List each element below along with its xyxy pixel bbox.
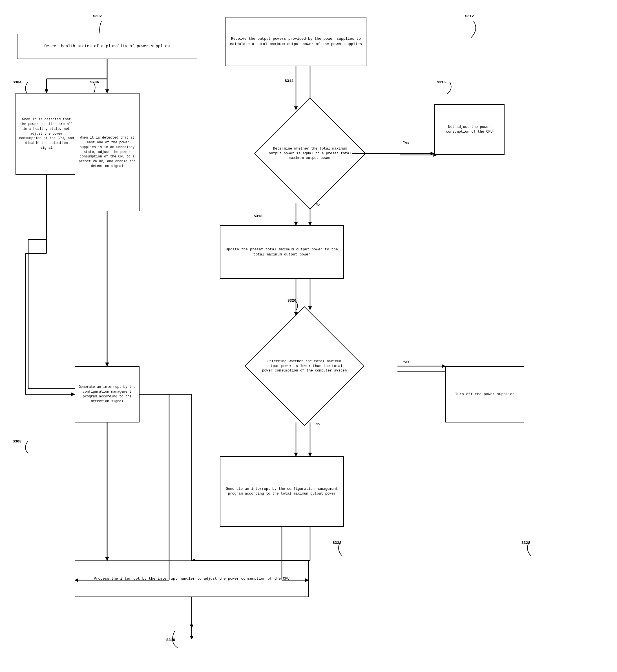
- svg-marker-22: [308, 222, 312, 225]
- label-S306: S306: [90, 80, 99, 84]
- box-process-interrupt: Process the interrupt by the interrupt h…: [75, 561, 308, 597]
- label-S324: S324: [333, 541, 341, 545]
- yes-label-S320: Yes: [403, 360, 409, 364]
- svg-marker-14: [106, 557, 109, 561]
- no-label-S320: No: [316, 422, 320, 426]
- svg-marker-3: [45, 89, 48, 93]
- label-S318: S318: [254, 214, 262, 218]
- svg-marker-16: [190, 625, 193, 628]
- svg-marker-56: [294, 222, 297, 225]
- svg-marker-46: [106, 363, 109, 366]
- svg-marker-50: [190, 636, 193, 639]
- svg-marker-28: [308, 453, 312, 456]
- box-S322: Turn off the power supplies: [445, 366, 524, 422]
- box-S302: Detect health states of a plurality of p…: [17, 34, 197, 59]
- label-S314: S314: [285, 79, 293, 83]
- label-S310: S310: [166, 638, 175, 642]
- box-S312: Receive the output powers provided by th…: [225, 17, 366, 66]
- box-S304: When it is detected that the power suppl…: [15, 93, 77, 175]
- label-S322: S322: [522, 541, 530, 545]
- box-S306: When it is detected that at least one of…: [75, 93, 140, 211]
- label-S304: S304: [13, 80, 21, 84]
- box-S316: Not adjust the power consumption of the …: [434, 104, 504, 155]
- svg-marker-12: [106, 363, 109, 366]
- svg-marker-62: [294, 453, 297, 456]
- svg-marker-48: [106, 557, 109, 561]
- yes-label-S314: Yes: [403, 141, 409, 145]
- label-S302: S302: [93, 14, 102, 18]
- svg-marker-39: [106, 89, 109, 93]
- s312-curve: [457, 18, 485, 41]
- label-S312: S312: [465, 14, 474, 18]
- svg-marker-5: [106, 89, 109, 93]
- label-S316: S316: [437, 80, 446, 84]
- svg-marker-24: [308, 306, 312, 310]
- box-S308: Generate an interrupt by the configurati…: [75, 366, 140, 422]
- label-S320: S320: [287, 299, 296, 303]
- box-S324: Generate an interrupt by the configurati…: [220, 456, 344, 527]
- label-S308: S308: [13, 439, 21, 443]
- svg-marker-44: [71, 393, 75, 396]
- diamond-S314: Determine whether the total maximum outp…: [220, 104, 400, 203]
- svg-marker-54: [431, 152, 434, 155]
- svg-marker-60: [442, 364, 445, 368]
- diamond-S320: Determine whether the total maximum outp…: [211, 310, 397, 422]
- no-label-S314: No: [316, 203, 320, 207]
- flowchart: S302 Detect health states of a plurality…: [0, 0, 617, 672]
- svg-marker-37: [45, 89, 48, 93]
- box-S318: Update the preset total maximum output p…: [220, 225, 344, 279]
